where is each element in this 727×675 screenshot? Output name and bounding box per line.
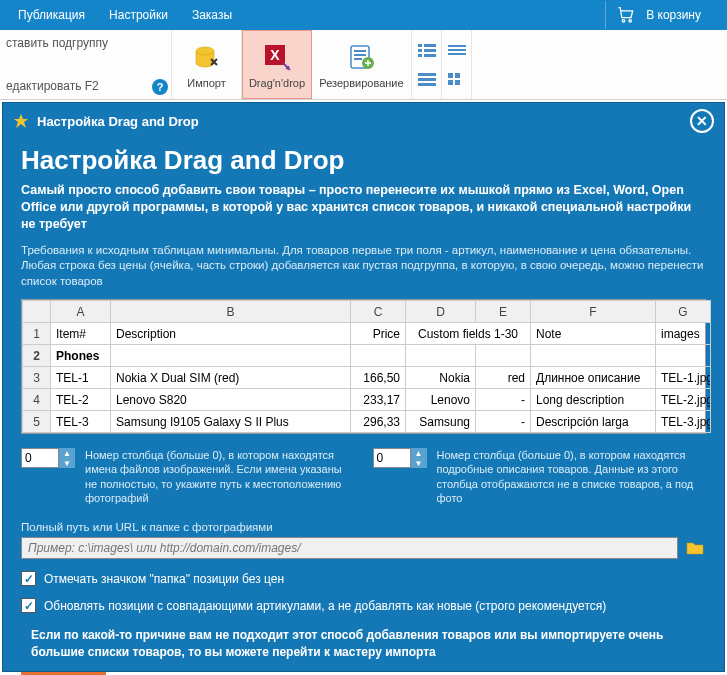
spin-down[interactable]: ▼ <box>59 458 75 468</box>
svg-rect-19 <box>418 83 436 86</box>
dialog-requirements: Требования к исходным таблицам минимальн… <box>21 243 706 290</box>
svg-point-0 <box>622 20 625 23</box>
mark-folder-label: Отмечать значком "папка" позиции без цен <box>44 572 284 586</box>
settings-star-icon <box>13 113 29 129</box>
svg-rect-8 <box>354 54 366 56</box>
svg-rect-11 <box>418 44 422 47</box>
update-matching-label: Обновлять позиции с совпадающими артикул… <box>44 599 606 613</box>
browse-button[interactable] <box>684 537 706 559</box>
ribbon-dragdrop-label: Drag'n'drop <box>249 77 305 89</box>
dialog-intro: Самый просто способ добавить свои товары… <box>21 182 706 233</box>
svg-rect-18 <box>418 78 436 81</box>
images-path-input[interactable] <box>21 537 678 559</box>
reserve-icon <box>346 41 378 73</box>
menu-publish[interactable]: Публикация <box>6 2 97 28</box>
dialog-heading: Настройка Drag and Drop <box>21 145 706 176</box>
help-icon[interactable]: ? <box>152 79 168 95</box>
dragdrop-settings-dialog: Настройка Drag and Drop ✕ Настройка Drag… <box>2 102 725 672</box>
image-column-desc: Номер столбца (больше 0), в котором нахо… <box>85 448 355 505</box>
main-menu: Публикация Настройки Заказы В корзину <box>0 0 727 30</box>
close-button[interactable]: ✕ <box>690 109 714 133</box>
svg-rect-26 <box>455 80 460 85</box>
table-row: 1 Item# Description Price Custom fields … <box>23 323 711 345</box>
table-row: 2 Phones <box>23 345 711 367</box>
bars-icon[interactable] <box>447 43 467 57</box>
cart-icon <box>616 5 636 25</box>
ribbon-left-panel: ставить подгруппу едактировать F2 <box>0 30 172 99</box>
table-row: 3 TEL-1Nokia X Dual SIM (red)166,50 Noki… <box>23 367 711 389</box>
checkbox-checked-icon: ✓ <box>21 571 36 586</box>
svg-rect-7 <box>354 50 366 52</box>
col-header-row: ABC DEFG <box>23 301 711 323</box>
svg-rect-13 <box>418 49 422 52</box>
example-spreadsheet: ABC DEFG 1 Item# Description Price Custo… <box>21 299 706 434</box>
database-icon <box>191 41 223 73</box>
excel-drag-icon: X <box>261 41 293 73</box>
path-label: Полный путь или URL к папке с фотография… <box>21 521 706 533</box>
spin-up[interactable]: ▲ <box>59 448 75 458</box>
import-master-note: Если по какой-то причине вам не подходит… <box>21 627 706 659</box>
ribbon: ставить подгруппу едактировать F2 ? Импо… <box>0 30 727 100</box>
menu-orders[interactable]: Заказы <box>180 2 244 28</box>
svg-rect-17 <box>418 73 436 76</box>
ribbon-import-label: Импорт <box>187 77 225 89</box>
folder-icon <box>686 541 704 555</box>
dialog-title: Настройка Drag and Drop <box>37 114 199 129</box>
dialog-titlebar: Настройка Drag and Drop ✕ <box>3 103 724 139</box>
update-matching-checkbox-row[interactable]: ✓ Обновлять позиции с совпадающими артик… <box>21 598 706 613</box>
ribbon-reserve-button[interactable]: Резервирование <box>312 30 412 99</box>
svg-rect-23 <box>448 73 453 78</box>
ribbon-edit-f2[interactable]: едактировать F2 <box>6 77 165 95</box>
svg-rect-25 <box>448 80 453 85</box>
list-alt-icon[interactable] <box>417 72 437 86</box>
desc-column-desc: Номер столбца (больше 0), в котором нахо… <box>437 448 707 505</box>
table-row: 4 TEL-2Lenovo S820233,17 Lenovo-Long des… <box>23 389 711 411</box>
svg-rect-24 <box>455 73 460 78</box>
checkbox-checked-icon: ✓ <box>21 598 36 613</box>
spin-down[interactable]: ▼ <box>411 458 427 468</box>
mark-folder-checkbox-row[interactable]: ✓ Отмечать значком "папка" позиции без ц… <box>21 571 706 586</box>
svg-rect-22 <box>448 53 466 55</box>
ribbon-import-button[interactable]: Импорт <box>172 30 242 99</box>
table-row: 5 TEL-3Samsung I9105 Galaxy S II Plus296… <box>23 411 711 433</box>
svg-rect-21 <box>448 49 466 51</box>
ribbon-mini-col-1 <box>412 30 442 99</box>
grid-icon[interactable] <box>447 72 467 86</box>
menu-settings[interactable]: Настройки <box>97 2 180 28</box>
cart-label: В корзину <box>646 8 701 22</box>
svg-marker-27 <box>14 114 28 128</box>
desc-column-input[interactable] <box>373 448 411 468</box>
spin-up[interactable]: ▲ <box>411 448 427 458</box>
cart-button[interactable]: В корзину <box>605 1 721 29</box>
svg-rect-15 <box>418 54 422 57</box>
ribbon-dragdrop-button[interactable]: X Drag'n'drop <box>242 30 312 99</box>
svg-rect-12 <box>424 44 436 47</box>
ribbon-reserve-label: Резервирование <box>319 77 403 89</box>
svg-point-1 <box>629 20 632 23</box>
svg-rect-9 <box>354 58 362 60</box>
desc-column-stepper[interactable]: ▲▼ <box>373 448 427 468</box>
list-icon[interactable] <box>417 43 437 57</box>
image-column-stepper[interactable]: ▲▼ <box>21 448 75 468</box>
svg-rect-16 <box>424 54 436 57</box>
svg-rect-20 <box>448 45 466 47</box>
svg-rect-14 <box>424 49 436 52</box>
svg-text:X: X <box>270 47 280 63</box>
ribbon-mini-col-2 <box>442 30 472 99</box>
ribbon-add-subgroup[interactable]: ставить подгруппу <box>6 34 165 52</box>
image-column-input[interactable] <box>21 448 59 468</box>
